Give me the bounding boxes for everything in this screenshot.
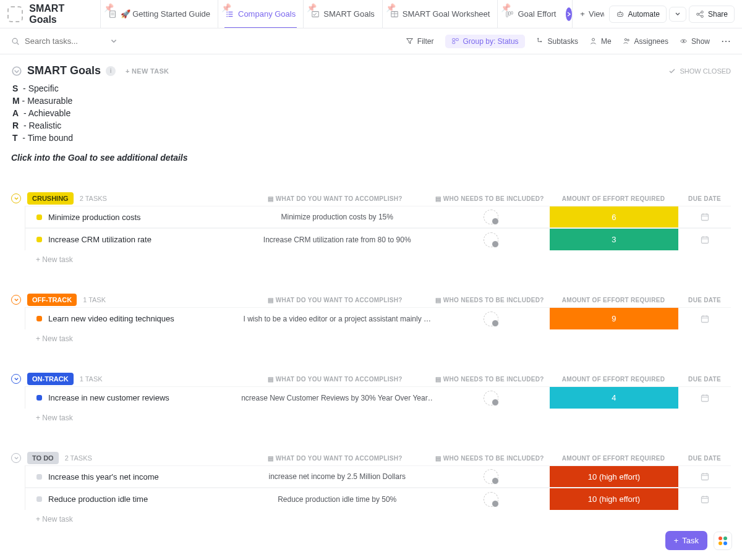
task-row[interactable]: Increase CRM utilization rate Increase C…: [25, 228, 731, 250]
column-header-included: ▤ WHO NEEDS TO BE INCLUDED?: [431, 376, 548, 383]
add-due-date-button[interactable]: [678, 488, 731, 510]
task-row[interactable]: Increase this year's net income increase…: [25, 465, 731, 488]
task-table: Increase this year's net income increase…: [25, 465, 731, 510]
add-assignee-button[interactable]: [484, 492, 498, 507]
subtasks-button[interactable]: Subtasks: [536, 37, 578, 46]
smart-r-word: Realistic: [28, 121, 61, 130]
share-button[interactable]: Share: [689, 6, 735, 23]
add-due-date-button[interactable]: [678, 466, 731, 487]
new-task-row[interactable]: + New task: [25, 250, 731, 264]
page-content: SMART Goals i + NEW TASK SHOW CLOSED S -…: [0, 54, 742, 541]
tab-company-goals[interactable]: 📌 Company Goals: [218, 0, 303, 28]
info-icon[interactable]: i: [106, 66, 116, 76]
tab-smart-goals[interactable]: 📌 SMART Goals: [303, 0, 382, 28]
column-header-effort: AMOUNT OF EFFORT REQUIRED: [548, 455, 678, 462]
assignees-button[interactable]: Assignees: [623, 37, 668, 46]
new-task-fab[interactable]: + Task: [665, 531, 707, 541]
svg-point-35: [683, 40, 684, 41]
eye-icon: [680, 37, 688, 45]
tab-getting-started[interactable]: 📌 🚀 Getting Started Guide: [100, 0, 218, 28]
task-row[interactable]: Minimize production costs Minimize produ…: [25, 206, 731, 228]
task-row[interactable]: Learn new video editing techniques I wis…: [25, 307, 731, 329]
task-accomplish: Reduce production idle time by 50%: [242, 488, 432, 510]
task-row[interactable]: Increase in new customer reviews Increas…: [25, 386, 731, 409]
task-row[interactable]: Reduce production idle time Reduce produ…: [25, 488, 731, 510]
add-due-date-button[interactable]: [678, 308, 731, 329]
status-badge[interactable]: ON-TRACK: [27, 373, 74, 385]
search-input[interactable]: [11, 36, 129, 46]
task-effort[interactable]: 3: [550, 229, 679, 250]
group-by-label: Group by: Status: [463, 37, 519, 46]
svg-point-7: [226, 14, 228, 15]
add-assignee-button[interactable]: [484, 312, 498, 326]
smart-m-word: Measurable: [27, 96, 72, 106]
more-views-button[interactable]: [566, 7, 572, 21]
status-badge[interactable]: TO DO: [27, 452, 59, 464]
add-due-date-button[interactable]: [678, 206, 731, 227]
plus-icon: +: [674, 536, 679, 541]
subtasks-label: Subtasks: [548, 37, 578, 46]
apps-button[interactable]: [714, 532, 732, 541]
more-button[interactable]: ⋯: [721, 35, 731, 47]
people-icon: [623, 37, 631, 45]
smart-t-word: Time bound: [28, 133, 73, 143]
calendar-icon: [700, 494, 710, 504]
task-accomplish: Increase CRM utilization rate from 80 to…: [242, 229, 432, 250]
column-header-accomplish: ▤ WHAT DO YOU WANT TO ACCOMPLISH?: [239, 195, 431, 202]
task-effort[interactable]: 4: [550, 387, 679, 409]
pin-icon: 📌: [307, 3, 312, 8]
workspace-title: SMART Goals: [29, 3, 92, 25]
add-assignee-button[interactable]: [484, 210, 498, 224]
svg-rect-29: [456, 38, 458, 40]
column-header-included: ▤ WHO NEEDS TO BE INCLUDED?: [431, 297, 548, 303]
task-name: Increase this year's net income: [48, 472, 159, 482]
add-assignee-button[interactable]: [484, 469, 498, 484]
svg-point-25: [12, 38, 17, 43]
pin-icon: 📌: [221, 3, 226, 8]
automate-button[interactable]: Automate: [609, 6, 667, 23]
show-button[interactable]: Show: [680, 37, 710, 46]
plus-icon: +: [580, 9, 585, 19]
collapse-group-icon[interactable]: [11, 453, 21, 463]
tab-worksheet[interactable]: 📌 SMART Goal Worksheet: [382, 0, 498, 28]
task-effort[interactable]: 6: [550, 206, 679, 227]
svg-point-21: [701, 11, 704, 13]
collapse-group-icon[interactable]: [11, 295, 21, 305]
collapse-icon[interactable]: [11, 66, 22, 77]
status-group: TO DO 2 TASKS ▤ WHAT DO YOU WANT TO ACCO…: [25, 452, 731, 524]
add-view-button[interactable]: + View: [572, 0, 603, 28]
tab-goal-effort[interactable]: 📌 Goal Effort: [497, 0, 563, 28]
automate-dropdown[interactable]: [669, 7, 686, 22]
task-table: Minimize production costs Minimize produ…: [25, 206, 731, 250]
new-task-row[interactable]: + New task: [25, 409, 731, 422]
show-closed-button[interactable]: SHOW CLOSED: [668, 67, 731, 75]
collapse-group-icon[interactable]: [11, 374, 21, 384]
collapse-group-icon[interactable]: [11, 193, 21, 203]
svg-rect-16: [617, 12, 623, 16]
show-closed-label: SHOW CLOSED: [680, 67, 731, 75]
new-task-row[interactable]: + New task: [25, 510, 731, 524]
chevron-down-icon[interactable]: [110, 38, 117, 45]
status-badge[interactable]: CRUSHING: [27, 192, 74, 205]
task-effort[interactable]: 10 (high effort): [550, 488, 679, 510]
status-square-icon: [36, 316, 42, 321]
tab-label: SMART Goals: [323, 9, 375, 19]
view-tabs: 📌 🚀 Getting Started Guide 📌 Company Goal…: [100, 0, 604, 28]
search-field[interactable]: [25, 36, 105, 46]
add-assignee-button[interactable]: [484, 232, 498, 247]
add-assignee-button[interactable]: [484, 391, 498, 405]
filter-button[interactable]: Filter: [406, 37, 434, 46]
task-effort[interactable]: 9: [550, 308, 679, 329]
share-icon: [696, 10, 704, 19]
svg-rect-57: [701, 496, 708, 503]
new-task-button[interactable]: + NEW TASK: [126, 67, 169, 75]
svg-line-24: [699, 14, 701, 15]
status-group: CRUSHING 2 TASKS ▤ WHAT DO YOU WANT TO A…: [25, 192, 731, 264]
task-effort[interactable]: 10 (high effort): [550, 466, 679, 487]
add-due-date-button[interactable]: [678, 229, 731, 250]
group-by-button[interactable]: Group by: Status: [445, 35, 525, 48]
new-task-row[interactable]: + New task: [25, 329, 731, 343]
add-due-date-button[interactable]: [678, 387, 731, 409]
status-badge[interactable]: OFF-TRACK: [27, 294, 77, 306]
me-button[interactable]: Me: [589, 37, 612, 46]
